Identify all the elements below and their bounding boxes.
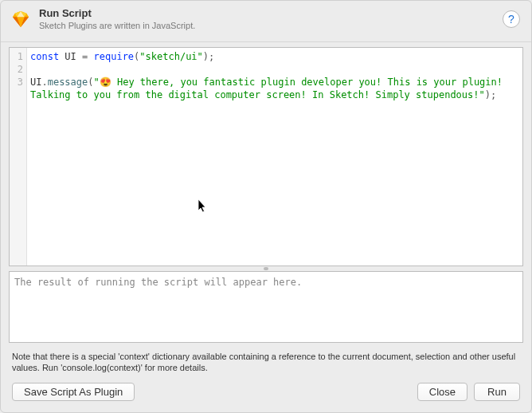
divider-handle-icon xyxy=(264,267,268,270)
body: 1 2 3 const UI = require("sketch/ui"); U… xyxy=(1,42,531,343)
identifier-ui: UI xyxy=(65,51,76,62)
function-require: require xyxy=(94,51,135,62)
identifier-ui: UI xyxy=(30,77,41,88)
string-message: "😍 Hey there, you fantastic plugin devel… xyxy=(30,77,508,100)
code-area[interactable]: const UI = require("sketch/ui"); UI.mess… xyxy=(27,48,522,266)
string-sketch-ui: "sketch/ui" xyxy=(139,51,202,62)
context-note: Note that there is a special 'context' d… xyxy=(1,343,531,380)
header: Run Script Sketch Plugins are written in… xyxy=(1,1,531,42)
run-script-window: Run Script Sketch Plugins are written in… xyxy=(0,0,532,413)
operator-eq: = xyxy=(82,51,88,62)
sketch-icon xyxy=(12,10,29,28)
window-title: Run Script xyxy=(39,7,503,19)
dot: . xyxy=(41,77,47,88)
property-message: message xyxy=(48,77,88,88)
rparen-semi: ); xyxy=(485,89,496,100)
code-editor[interactable]: 1 2 3 const UI = require("sketch/ui"); U… xyxy=(9,47,523,266)
output-placeholder: The result of running the script will ap… xyxy=(14,277,302,288)
line-number: 3 xyxy=(10,76,23,88)
lparen: ( xyxy=(88,77,93,88)
output-panel: The result of running the script will ap… xyxy=(9,271,523,343)
save-as-plugin-button[interactable]: Save Script As Plugin xyxy=(12,383,135,401)
keyword-const: const xyxy=(30,51,59,62)
line-number: 2 xyxy=(10,63,23,76)
footer: Save Script As Plugin Close Run xyxy=(1,380,531,412)
line-gutter: 1 2 3 xyxy=(10,48,27,266)
close-button[interactable]: Close xyxy=(417,383,467,401)
line-number: 1 xyxy=(10,50,23,63)
run-button[interactable]: Run xyxy=(474,383,520,401)
help-button[interactable]: ? xyxy=(503,10,520,28)
window-subtitle: Sketch Plugins are written in JavaScript… xyxy=(39,21,503,30)
rparen-semi: ); xyxy=(203,51,214,62)
